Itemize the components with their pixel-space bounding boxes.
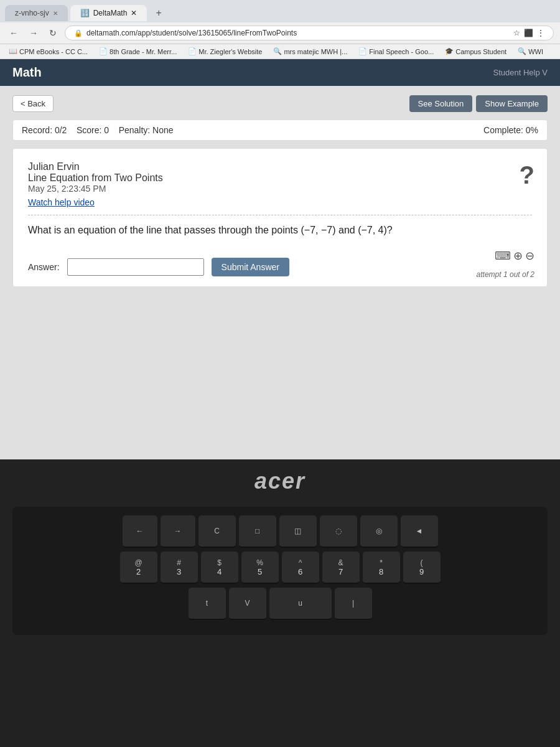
key-5-percent-top: %	[256, 558, 263, 567]
record-bar: Record: 0/2 Score: 0 Penalty: None Compl…	[12, 120, 548, 141]
key-square[interactable]: □	[239, 515, 276, 548]
bookmark-ziegler[interactable]: 📄 Mr. Ziegler's Website	[185, 46, 264, 57]
minus-circle-icon[interactable]: ⊖	[525, 249, 534, 263]
bookmark-wwi[interactable]: 🔍 WWI	[515, 46, 546, 57]
key-u-bottom[interactable]: u	[269, 588, 332, 620]
key-7-amp[interactable]: & 7	[322, 552, 360, 584]
answer-row: Answer: Submit Answer	[28, 250, 532, 276]
key-columns-label: ◫	[294, 527, 301, 535]
key-3-hash-top: #	[177, 558, 181, 567]
tab-active[interactable]: 🔢 DeltaMath ✕	[70, 5, 147, 21]
key-left-arrow-label: ←	[136, 527, 144, 535]
browser-chrome: z-vnho-sjv ✕ 🔢 DeltaMath ✕ + ← → ↻ 🔒 del…	[0, 0, 560, 59]
tab-inactive[interactable]: z-vnho-sjv ✕	[5, 5, 68, 21]
key-left-arrow[interactable]: ←	[123, 515, 157, 548]
bookmark-cpm-label: CPM eBooks - CC C...	[19, 48, 88, 55]
key-2-at[interactable]: @ 2	[120, 552, 157, 584]
key-4-dollar-top: $	[217, 558, 222, 567]
bookmarks-bar: 📖 CPM eBooks - CC C... 📄 8th Grade - Mr.…	[0, 44, 560, 59]
key-4-dollar[interactable]: $ 4	[201, 552, 238, 584]
key-7-amp-bottom: 7	[338, 567, 343, 576]
key-row-bottom: t V u |	[24, 588, 536, 620]
new-tab-button[interactable]: +	[149, 4, 167, 22]
key-6-caret[interactable]: ^ 6	[282, 552, 319, 584]
record-score-penalty: Record: 0/2 Score: 0 Penalty: None	[22, 125, 174, 135]
key-circle-label: ◌	[335, 527, 342, 535]
key-circle[interactable]: ◌	[320, 515, 357, 548]
menu-dots-icon[interactable]: ⋮	[537, 29, 544, 37]
assignment-title: Line Equation from Two Points	[28, 172, 532, 184]
forward-nav-button[interactable]: →	[26, 27, 41, 39]
key-search[interactable]: ◎	[360, 515, 398, 548]
show-example-button[interactable]: Show Example	[476, 95, 548, 112]
key-8-star-bottom: 8	[379, 567, 383, 576]
bookmark-mrs-icon: 🔍	[273, 47, 282, 55]
bookmark-wwi-label: WWI	[528, 48, 543, 55]
key-bar-label: |	[352, 599, 354, 608]
date-time: May 25, 2:23:45 PM	[28, 184, 532, 194]
key-back-label: ◄	[416, 527, 423, 535]
key-2-at-bottom: 2	[136, 567, 141, 576]
score-text: Score: 0	[77, 125, 109, 135]
key-5-percent-bottom: 5	[258, 567, 262, 576]
address-box[interactable]: 🔒 deltamath.com/app/student/solve/136150…	[65, 26, 554, 40]
bookmark-8th-icon: 📄	[99, 47, 108, 55]
key-columns[interactable]: ◫	[279, 515, 317, 548]
help-icon[interactable]: ?	[520, 161, 534, 189]
key-bar-bottom[interactable]: |	[335, 588, 372, 620]
keyboard: ← → C □ ◫ ◌ ◎ ◄	[12, 507, 548, 635]
key-7-amp-top: &	[338, 558, 343, 567]
bookmark-speech[interactable]: 📄 Final Speech - Goo...	[356, 46, 436, 57]
watch-help-link[interactable]: Watch help video	[28, 197, 532, 207]
plus-circle-icon[interactable]: ⊕	[513, 249, 523, 263]
back-button[interactable]: < Back	[12, 95, 54, 112]
student-help-link[interactable]: Student Help V	[493, 68, 548, 77]
key-6-caret-top: ^	[299, 558, 302, 567]
key-t-bottom[interactable]: t	[189, 588, 226, 620]
bookmark-8th[interactable]: 📄 8th Grade - Mr. Merr...	[96, 46, 179, 57]
key-search-label: ◎	[376, 527, 382, 535]
extension-icon[interactable]: ⬛	[524, 29, 533, 37]
key-u-label: u	[298, 599, 302, 608]
laptop-bottom: acer ← → C □ ◫ ◌ ◎	[0, 459, 560, 747]
keyboard-icon[interactable]: ⌨	[495, 249, 511, 263]
deltamath-favicon: 🔢	[80, 9, 90, 17]
tab-inactive-label: z-vnho-sjv	[15, 9, 49, 17]
reload-button[interactable]: ↻	[46, 27, 60, 39]
submit-answer-button[interactable]: Submit Answer	[212, 258, 289, 276]
see-solution-button[interactable]: See Solution	[409, 95, 473, 112]
close-tab-icon[interactable]: ✕	[53, 10, 58, 17]
key-v-bottom[interactable]: V	[229, 588, 266, 620]
key-9-paren[interactable]: ( 9	[403, 552, 441, 584]
bookmark-campus[interactable]: 🎓 Campus Student	[442, 46, 509, 57]
bookmark-speech-icon: 📄	[358, 47, 367, 55]
bookmark-wwi-icon: 🔍	[518, 47, 526, 55]
top-controls: < Back See Solution Show Example	[12, 95, 548, 112]
attempt-text: attempt 1 out of 2	[477, 270, 534, 279]
key-5-percent[interactable]: % 5	[241, 552, 279, 584]
bookmark-ziegler-icon: 📄	[188, 47, 197, 55]
tab-bar: z-vnho-sjv ✕ 🔢 DeltaMath ✕ +	[0, 0, 560, 22]
main-area: < Back See Solution Show Example Record:…	[0, 86, 560, 459]
acer-logo: acer	[254, 468, 306, 494]
bookmark-speech-label: Final Speech - Goo...	[369, 48, 434, 55]
bookmark-cpm-icon: 📖	[9, 47, 17, 55]
answer-input[interactable]	[67, 258, 204, 276]
key-3-hash[interactable]: # 3	[161, 552, 198, 584]
key-9-paren-bottom: 9	[419, 567, 424, 576]
key-8-star[interactable]: * 8	[363, 552, 400, 584]
star-icon[interactable]: ☆	[513, 29, 520, 37]
bookmark-mrs[interactable]: 🔍 mrs matejic MWH |...	[271, 46, 350, 57]
bookmark-cpm[interactable]: 📖 CPM eBooks - CC C...	[6, 46, 90, 57]
key-3-hash-bottom: 3	[177, 567, 181, 576]
action-buttons: See Solution Show Example	[409, 95, 548, 112]
bookmark-campus-icon: 🎓	[445, 47, 454, 55]
back-nav-button[interactable]: ←	[6, 27, 21, 39]
key-right-arrow[interactable]: →	[161, 515, 195, 548]
key-c[interactable]: C	[198, 515, 236, 548]
question-divider	[28, 215, 532, 215]
close-active-tab-icon[interactable]: ✕	[131, 9, 137, 17]
key-right-arrow-label: →	[174, 527, 182, 535]
key-square-label: □	[255, 527, 259, 535]
key-back[interactable]: ◄	[401, 515, 438, 548]
